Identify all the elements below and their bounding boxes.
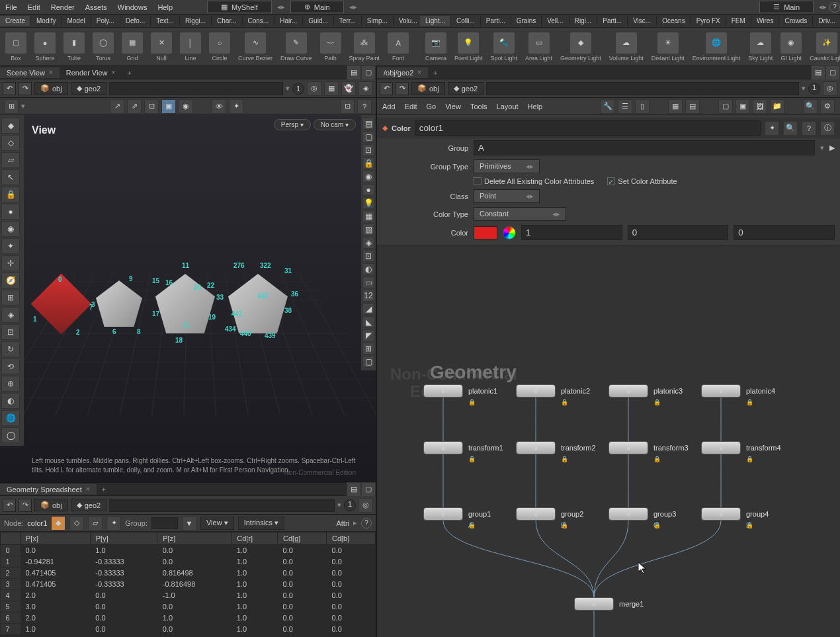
shelf-tool-point-light[interactable]: 💡Point Light xyxy=(452,31,485,63)
display-icon[interactable]: ▦ xyxy=(324,81,339,96)
node-group2[interactable]: ◆group2B🔒 xyxy=(516,507,583,521)
table-row[interactable]: 62.00.01.01.00.00.0 xyxy=(1,613,376,624)
table-row[interactable]: 30.471405-0.33333-0.8164981.00.00.0 xyxy=(1,579,376,590)
viewport-tool-icon[interactable]: ✢ xyxy=(1,255,20,271)
shelf-tab[interactable]: Poly... xyxy=(91,16,120,26)
shelf-tab[interactable]: Grains xyxy=(511,16,542,26)
list-icon[interactable]: ☰ xyxy=(618,99,632,114)
column-header[interactable]: Cd[r] xyxy=(231,532,278,545)
viewport-display-icon[interactable]: 💡 xyxy=(362,197,374,209)
node-menu-add[interactable]: Add xyxy=(382,103,396,110)
pane-menu-icon[interactable]: ▤ xyxy=(811,65,825,80)
ne-path-dropdown[interactable] xyxy=(486,82,799,95)
shelf-tab[interactable]: Visc... xyxy=(628,16,657,26)
shelf-tab[interactable]: Guid... xyxy=(303,16,333,26)
node-platonic1[interactable]: ◆platonic1🔒 xyxy=(423,384,497,398)
viewport-display-icon[interactable]: ▢ xyxy=(362,131,374,143)
shelf-tab[interactable]: Hair... xyxy=(274,16,303,26)
colortype-select[interactable]: Constant ◂▸ xyxy=(474,207,566,221)
shelf-tab[interactable]: Cons... xyxy=(243,16,275,26)
grid-snap-icon[interactable]: ⊞ xyxy=(4,99,19,114)
node-transform2[interactable]: ◆transform2🔒 xyxy=(516,441,596,454)
tab-network-path[interactable]: /obj/geo2× xyxy=(377,67,428,78)
shelf-tab[interactable]: Pyro FX xyxy=(691,16,726,26)
shelf-tool-sphere[interactable]: ●Sphere xyxy=(32,31,58,63)
column-header[interactable]: Cd[g] xyxy=(278,532,327,545)
column-header[interactable]: Cd[b] xyxy=(327,532,376,545)
shelf-tool-volume-light[interactable]: ☁Volume Light xyxy=(607,31,646,63)
node-platonic4[interactable]: ◆platonic4🔒 xyxy=(701,384,775,398)
shelf-tab[interactable]: Crowds xyxy=(779,16,813,26)
node-name-input[interactable] xyxy=(415,120,761,136)
camera-dropdown[interactable]: No cam ▾ xyxy=(314,119,356,130)
shelf-tab[interactable]: Modify xyxy=(31,16,62,26)
prims-icon[interactable]: ▱ xyxy=(88,516,103,531)
viewport-display-icon[interactable]: ◐ xyxy=(362,263,374,275)
snap-opts-icon[interactable]: ⊡ xyxy=(340,99,355,114)
settings-icon[interactable]: ⚙ xyxy=(820,99,835,114)
nav-back-icon[interactable]: ↶ xyxy=(3,82,16,95)
shelf-tab[interactable]: Wires xyxy=(751,16,780,26)
tab-spreadsheet[interactable]: Geometry Spreadsheet× xyxy=(0,484,97,495)
node-menu-view[interactable]: View xyxy=(445,103,461,110)
ss-pin-icon[interactable]: ◎ xyxy=(358,498,373,513)
close-icon[interactable]: × xyxy=(417,69,421,76)
shelf-tool-torus[interactable]: ◯Torus xyxy=(90,31,116,63)
table-row[interactable]: 71.00.00.01.00.00.0 xyxy=(1,624,376,635)
shelf-tab[interactable]: Vell... xyxy=(542,16,569,26)
viewport-tool-icon[interactable]: ● xyxy=(1,204,20,220)
viewport-display-icon[interactable]: ◣ xyxy=(362,316,374,328)
viewport-display-icon[interactable]: 🔒 xyxy=(362,157,374,169)
pane-maximize-icon[interactable]: ▢ xyxy=(361,482,376,497)
viewport-display-icon[interactable]: ▦ xyxy=(362,210,374,222)
table-row[interactable]: 53.00.00.01.00.00.0 xyxy=(1,601,376,613)
close-icon[interactable]: × xyxy=(112,69,116,76)
node-menu-tools[interactable]: Tools xyxy=(470,103,487,110)
viewport-display-icon[interactable]: ▤ xyxy=(362,118,374,130)
ne-pin-icon[interactable]: ◎ xyxy=(823,81,837,96)
viewport-tool-icon[interactable]: ◇ xyxy=(1,135,20,151)
help-param-icon[interactable]: ? xyxy=(802,121,816,136)
intrinsics-dropdown[interactable]: Intrinsics ▾ xyxy=(238,517,284,530)
viewport-display-icon[interactable]: ⊞ xyxy=(362,343,374,355)
pane-menu-icon[interactable]: ▤ xyxy=(347,65,361,80)
color-swatch[interactable] xyxy=(474,226,497,239)
ss-path-dropdown[interactable] xyxy=(109,499,335,512)
ss-path-geo2[interactable]: ◆ geo2 xyxy=(71,499,106,511)
menu-file[interactable]: File xyxy=(0,1,22,13)
viewport-tool-icon[interactable]: ⊕ xyxy=(1,376,20,392)
shelf-tool-curve-bezier[interactable]: ∿Curve Bezier xyxy=(235,31,275,63)
shelf-tab[interactable]: Riggi... xyxy=(180,16,212,26)
menu-windows[interactable]: Windows xyxy=(112,1,153,13)
viewport-display-icon[interactable]: ◢ xyxy=(362,303,374,315)
filter-icon[interactable]: ▼ xyxy=(182,516,196,531)
viewport-display-icon[interactable]: ◉ xyxy=(362,171,374,183)
help-btn-icon[interactable]: ? xyxy=(357,99,372,114)
menu-edit[interactable]: Edit xyxy=(22,1,46,13)
shelf-tab[interactable]: FEM xyxy=(726,16,751,26)
nav-back-icon[interactable]: ↶ xyxy=(3,499,16,512)
shelf-tool-path[interactable]: 〰Path xyxy=(317,31,344,63)
display-opts-icon[interactable]: ✦ xyxy=(229,99,243,114)
nav-fwd-icon[interactable]: ↷ xyxy=(19,499,32,512)
shelf-tab[interactable]: Terr... xyxy=(334,16,362,26)
detail-icon[interactable]: ✦ xyxy=(106,516,121,531)
viewport-display-icon[interactable]: ⊡ xyxy=(362,250,374,262)
table-row[interactable]: 00.01.00.01.00.00.0 xyxy=(1,545,376,556)
node-platonic3[interactable]: ◆platonic3🔒 xyxy=(609,384,683,398)
help-icon[interactable]: ? xyxy=(361,518,372,529)
viewport-display-icon[interactable]: ▢ xyxy=(362,356,374,368)
shelf-tool-spot-light[interactable]: 🔦Spot Light xyxy=(488,31,521,63)
viewport-display-icon[interactable]: ◤ xyxy=(362,329,374,341)
page-icon[interactable]: ▯ xyxy=(635,99,650,114)
select-visible-icon[interactable]: ↗ xyxy=(110,99,124,114)
shelf-tool-tube[interactable]: ▮Tube xyxy=(61,31,87,63)
ne-path-obj[interactable]: 📦 obj xyxy=(411,82,445,95)
ss-pin-count[interactable]: 1 xyxy=(344,499,356,511)
viewport-tool-icon[interactable]: ◆ xyxy=(1,118,20,134)
tab-render-view[interactable]: Render View× xyxy=(60,67,122,78)
shelf-tool-distant-light[interactable]: ☀Distant Light xyxy=(649,31,687,63)
viewport-tool-icon[interactable]: ◯ xyxy=(1,427,20,443)
ss-path-obj[interactable]: 📦 obj xyxy=(34,499,68,511)
sticky-icon[interactable]: ▢ xyxy=(718,99,733,114)
